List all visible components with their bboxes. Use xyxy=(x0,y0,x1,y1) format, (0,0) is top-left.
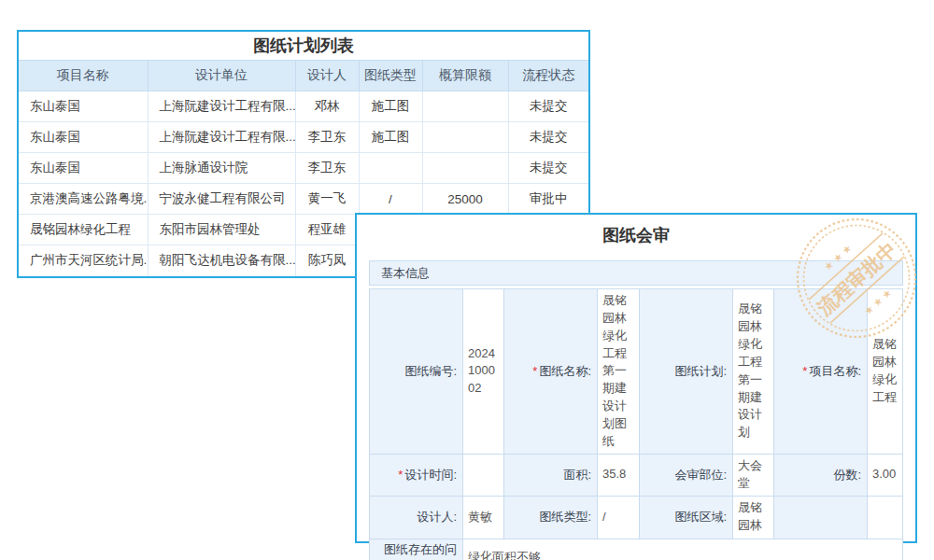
field-value-drawing-problems: 绿化面积不够 xyxy=(463,539,903,560)
table-row: 东山泰国 上海脉通设计院 李卫东 未提交 xyxy=(19,153,588,184)
status-badge: 未提交 xyxy=(508,153,588,184)
cell-limit xyxy=(422,153,508,184)
field-label-review-part: 会审部位: xyxy=(640,454,733,496)
cell-unit-link[interactable]: 东阳市园林管理处 xyxy=(148,215,295,245)
table-row: 东山泰国 上海阮建设计工程有限... 邓林 施工图 未提交 xyxy=(19,91,588,122)
cell-designer: 李卫东 xyxy=(295,153,359,184)
required-mark: * xyxy=(532,364,537,378)
field-label-drawing-name: *图纸名称: xyxy=(504,289,598,455)
cell-unit-link[interactable]: 上海脉通设计院 xyxy=(148,153,295,184)
cell-designer: 李卫东 xyxy=(295,122,359,153)
drawing-review-panel: 图纸会审 基本信息 图纸编号: 2024100002 *图纸名称: 晟铭园林绿化… xyxy=(355,213,917,543)
field-value-area: 35.8 xyxy=(598,454,640,496)
plan-list-title: 图纸计划列表 xyxy=(19,32,588,60)
field-label-drawing-type: 图纸类型: xyxy=(504,496,598,539)
basic-info-section-header: 基本信息 xyxy=(369,260,903,286)
field-value-review-part: 大会堂 xyxy=(733,454,774,496)
review-title: 图纸会审 xyxy=(357,224,915,246)
field-label-copies: 份数: xyxy=(774,454,868,496)
field-label-designer: 设计人: xyxy=(370,496,463,539)
field-value-drawing-area: 晟铭园林 xyxy=(733,496,774,539)
cell-designer: 邓林 xyxy=(295,91,359,122)
cell-limit xyxy=(422,91,508,122)
field-label-drawing-problems: 图纸存在的问题: xyxy=(370,539,463,560)
col-header-type: 图纸类型 xyxy=(359,61,422,91)
status-badge: 未提交 xyxy=(508,91,588,122)
cell-project-link[interactable]: 广州市天河区统计局... xyxy=(19,245,148,276)
form-row: 设计人: 黄敏 图纸类型: / 图纸区域: 晟铭园林 xyxy=(370,496,903,539)
cell-unit-link[interactable]: 宁波永健工程有限公司 xyxy=(148,184,295,215)
field-value-design-time xyxy=(463,454,504,496)
form-row: *设计时间: 面积: 35.8 会审部位: 大会堂 份数: 3.00 xyxy=(370,454,903,496)
cell-project-link[interactable]: 京港澳高速公路粤境... xyxy=(19,184,148,215)
field-value-drawing-plan: 晟铭园林绿化工程第一期建设计划 xyxy=(733,289,774,455)
field-value-copies: 3.00 xyxy=(868,454,903,496)
cell-unit-link[interactable]: 上海阮建设计工程有限... xyxy=(148,91,295,122)
field-value-empty xyxy=(868,496,903,539)
cell-project-link[interactable]: 东山泰国 xyxy=(19,122,148,153)
col-header-status: 流程状态 xyxy=(508,61,588,91)
col-header-unit: 设计单位 xyxy=(148,61,295,91)
cell-type: / xyxy=(359,184,422,215)
cell-unit-link[interactable]: 上海阮建设计工程有限... xyxy=(148,122,295,153)
field-value-designer: 黄敏 xyxy=(463,496,504,539)
required-mark: * xyxy=(802,364,807,378)
cell-designer: 陈巧凤 xyxy=(295,245,359,276)
form-row: 图纸编号: 2024100002 *图纸名称: 晟铭园林绿化工程第一期建设计划图… xyxy=(370,289,903,455)
cell-type: 施工图 xyxy=(359,91,422,122)
field-label-design-time: *设计时间: xyxy=(370,454,463,496)
field-value-drawing-no: 2024100002 xyxy=(463,289,504,455)
field-label-area: 面积: xyxy=(504,454,598,496)
table-row: 东山泰国 上海阮建设计工程有限... 李卫东 施工图 未提交 xyxy=(19,122,588,153)
field-label-project-name: *项目名称: xyxy=(774,289,868,455)
form-row: 图纸存在的问题: 绿化面积不够 xyxy=(370,539,903,560)
field-value-project-name: 晟铭园林绿化工程 xyxy=(868,289,903,455)
cell-project-link[interactable]: 东山泰国 xyxy=(19,153,148,184)
cell-designer: 黄一飞 xyxy=(295,184,359,215)
status-badge: 未提交 xyxy=(508,122,588,153)
field-label-empty xyxy=(774,496,868,539)
plan-list-header-row: 项目名称 设计单位 设计人 图纸类型 概算限额 流程状态 xyxy=(19,61,588,91)
table-row: 京港澳高速公路粤境... 宁波永健工程有限公司 黄一飞 / 25000 审批中 xyxy=(19,184,588,215)
cell-project-link[interactable]: 东山泰国 xyxy=(19,91,148,122)
review-form-table: 图纸编号: 2024100002 *图纸名称: 晟铭园林绿化工程第一期建设计划图… xyxy=(369,288,903,560)
field-label-drawing-no: 图纸编号: xyxy=(370,289,463,455)
field-label-drawing-plan: 图纸计划: xyxy=(640,289,733,455)
col-header-limit: 概算限额 xyxy=(422,61,508,91)
col-header-project: 项目名称 xyxy=(19,61,148,91)
field-value-drawing-type: / xyxy=(598,496,640,539)
cell-designer: 程亚雄 xyxy=(295,215,359,245)
screen: 图纸计划列表 项目名称 设计单位 设计人 图纸类型 概算限额 流程状态 东山泰国 xyxy=(0,0,934,560)
cell-limit: 25000 xyxy=(422,184,508,215)
cell-type: 施工图 xyxy=(359,122,422,153)
cell-project-link[interactable]: 晟铭园林绿化工程 xyxy=(19,215,148,245)
col-header-designer: 设计人 xyxy=(295,61,359,91)
field-value-drawing-name: 晟铭园林绿化工程第一期建设计划图纸 xyxy=(598,289,640,455)
required-mark: * xyxy=(398,468,403,482)
cell-type xyxy=(359,153,422,184)
basic-info-section: 基本信息 图纸编号: 2024100002 *图纸名称: 晟铭园林绿化工程第一期… xyxy=(369,260,903,560)
status-badge: 审批中 xyxy=(508,184,588,215)
field-label-drawing-area: 图纸区域: xyxy=(640,496,733,539)
cell-unit-link[interactable]: 朝阳飞达机电设备有限... xyxy=(148,245,295,276)
cell-limit xyxy=(422,122,508,153)
